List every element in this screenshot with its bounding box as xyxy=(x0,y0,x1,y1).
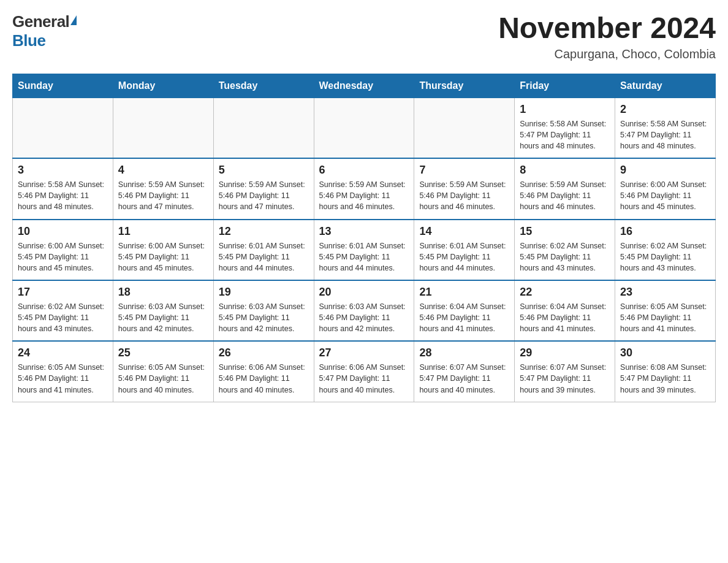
day-info: Sunrise: 6:04 AM Sunset: 5:46 PM Dayligh… xyxy=(520,301,610,334)
day-info: Sunrise: 6:02 AM Sunset: 5:45 PM Dayligh… xyxy=(520,240,610,274)
calendar-cell: 11Sunrise: 6:00 AM Sunset: 5:45 PM Dayli… xyxy=(113,220,213,280)
day-number: 14 xyxy=(419,225,509,238)
day-info: Sunrise: 5:59 AM Sunset: 5:46 PM Dayligh… xyxy=(520,179,610,212)
day-number: 16 xyxy=(620,225,710,238)
calendar-cell: 2Sunrise: 5:58 AM Sunset: 5:47 PM Daylig… xyxy=(615,98,716,158)
day-info: Sunrise: 5:58 AM Sunset: 5:47 PM Dayligh… xyxy=(520,118,610,151)
day-number: 3 xyxy=(18,164,108,177)
day-number: 25 xyxy=(118,347,208,359)
day-info: Sunrise: 6:08 AM Sunset: 5:47 PM Dayligh… xyxy=(620,362,710,395)
calendar-cell: 16Sunrise: 6:02 AM Sunset: 5:45 PM Dayli… xyxy=(615,220,716,280)
calendar-cell: 7Sunrise: 5:59 AM Sunset: 5:46 PM Daylig… xyxy=(414,158,515,219)
day-info: Sunrise: 5:59 AM Sunset: 5:46 PM Dayligh… xyxy=(419,179,509,212)
day-info: Sunrise: 6:05 AM Sunset: 5:46 PM Dayligh… xyxy=(620,301,710,334)
calendar-cell: 23Sunrise: 6:05 AM Sunset: 5:46 PM Dayli… xyxy=(615,280,716,341)
calendar-cell: 10Sunrise: 6:00 AM Sunset: 5:45 PM Dayli… xyxy=(13,220,113,280)
day-info: Sunrise: 6:00 AM Sunset: 5:45 PM Dayligh… xyxy=(18,240,108,274)
calendar-cell: 24Sunrise: 6:05 AM Sunset: 5:46 PM Dayli… xyxy=(13,341,113,402)
logo-general-text: General xyxy=(12,12,69,31)
calendar-week-row: 10Sunrise: 6:00 AM Sunset: 5:45 PM Dayli… xyxy=(13,220,716,280)
day-number: 11 xyxy=(118,225,208,238)
weekday-header-tuesday: Tuesday xyxy=(213,74,314,98)
calendar-cell: 4Sunrise: 5:59 AM Sunset: 5:46 PM Daylig… xyxy=(113,158,213,219)
logo: General Blue xyxy=(12,12,77,50)
calendar-cell: 21Sunrise: 6:04 AM Sunset: 5:46 PM Dayli… xyxy=(414,280,515,341)
weekday-header-saturday: Saturday xyxy=(615,74,716,98)
weekday-header-row: SundayMondayTuesdayWednesdayThursdayFrid… xyxy=(13,74,716,98)
location-title: Capurgana, Choco, Colombia xyxy=(498,47,716,61)
day-info: Sunrise: 6:05 AM Sunset: 5:46 PM Dayligh… xyxy=(18,362,108,395)
calendar-table: SundayMondayTuesdayWednesdayThursdayFrid… xyxy=(12,74,716,402)
calendar-cell: 13Sunrise: 6:01 AM Sunset: 5:45 PM Dayli… xyxy=(314,220,414,280)
calendar-week-row: 1Sunrise: 5:58 AM Sunset: 5:47 PM Daylig… xyxy=(13,98,716,158)
day-info: Sunrise: 6:05 AM Sunset: 5:46 PM Dayligh… xyxy=(118,362,208,395)
calendar-cell xyxy=(414,98,515,158)
day-number: 27 xyxy=(319,347,409,359)
day-number: 21 xyxy=(419,286,509,299)
calendar-week-row: 24Sunrise: 6:05 AM Sunset: 5:46 PM Dayli… xyxy=(13,341,716,402)
day-number: 7 xyxy=(419,164,509,177)
calendar-week-row: 3Sunrise: 5:58 AM Sunset: 5:46 PM Daylig… xyxy=(13,158,716,219)
day-info: Sunrise: 6:06 AM Sunset: 5:47 PM Dayligh… xyxy=(319,362,409,395)
day-info: Sunrise: 6:01 AM Sunset: 5:45 PM Dayligh… xyxy=(219,240,309,274)
day-number: 10 xyxy=(18,225,108,238)
day-info: Sunrise: 5:59 AM Sunset: 5:46 PM Dayligh… xyxy=(219,179,309,212)
day-info: Sunrise: 6:04 AM Sunset: 5:46 PM Dayligh… xyxy=(419,301,509,334)
day-info: Sunrise: 6:03 AM Sunset: 5:46 PM Dayligh… xyxy=(319,301,409,334)
day-info: Sunrise: 6:01 AM Sunset: 5:45 PM Dayligh… xyxy=(419,240,509,274)
calendar-cell: 14Sunrise: 6:01 AM Sunset: 5:45 PM Dayli… xyxy=(414,220,515,280)
calendar-cell: 22Sunrise: 6:04 AM Sunset: 5:46 PM Dayli… xyxy=(515,280,615,341)
day-info: Sunrise: 6:06 AM Sunset: 5:46 PM Dayligh… xyxy=(219,362,309,395)
calendar-cell: 8Sunrise: 5:59 AM Sunset: 5:46 PM Daylig… xyxy=(515,158,615,219)
calendar-cell: 20Sunrise: 6:03 AM Sunset: 5:46 PM Dayli… xyxy=(314,280,414,341)
calendar-cell: 15Sunrise: 6:02 AM Sunset: 5:45 PM Dayli… xyxy=(515,220,615,280)
day-info: Sunrise: 6:01 AM Sunset: 5:45 PM Dayligh… xyxy=(319,240,409,274)
calendar-cell: 30Sunrise: 6:08 AM Sunset: 5:47 PM Dayli… xyxy=(615,341,716,402)
day-info: Sunrise: 6:07 AM Sunset: 5:47 PM Dayligh… xyxy=(520,362,610,395)
day-number: 24 xyxy=(18,347,108,359)
day-number: 2 xyxy=(620,103,710,116)
title-block: November 2024 Capurgana, Choco, Colombia xyxy=(498,12,716,61)
day-number: 19 xyxy=(219,286,309,299)
weekday-header-friday: Friday xyxy=(515,74,615,98)
day-number: 8 xyxy=(520,164,610,177)
day-number: 9 xyxy=(620,164,710,177)
day-number: 30 xyxy=(620,347,710,359)
day-info: Sunrise: 6:07 AM Sunset: 5:47 PM Dayligh… xyxy=(419,362,509,395)
calendar-cell: 12Sunrise: 6:01 AM Sunset: 5:45 PM Dayli… xyxy=(213,220,314,280)
day-info: Sunrise: 5:59 AM Sunset: 5:46 PM Dayligh… xyxy=(118,179,208,212)
calendar-cell xyxy=(13,98,113,158)
day-number: 17 xyxy=(18,286,108,299)
weekday-header-thursday: Thursday xyxy=(414,74,515,98)
day-info: Sunrise: 6:00 AM Sunset: 5:46 PM Dayligh… xyxy=(620,179,710,212)
calendar-cell: 26Sunrise: 6:06 AM Sunset: 5:46 PM Dayli… xyxy=(213,341,314,402)
calendar-cell: 3Sunrise: 5:58 AM Sunset: 5:46 PM Daylig… xyxy=(13,158,113,219)
logo-blue-text: Blue xyxy=(12,31,45,50)
day-number: 12 xyxy=(219,225,309,238)
calendar-cell: 28Sunrise: 6:07 AM Sunset: 5:47 PM Dayli… xyxy=(414,341,515,402)
day-number: 23 xyxy=(620,286,710,299)
calendar-cell xyxy=(113,98,213,158)
calendar-cell: 17Sunrise: 6:02 AM Sunset: 5:45 PM Dayli… xyxy=(13,280,113,341)
weekday-header-wednesday: Wednesday xyxy=(314,74,414,98)
calendar-cell: 25Sunrise: 6:05 AM Sunset: 5:46 PM Dayli… xyxy=(113,341,213,402)
calendar-cell: 19Sunrise: 6:03 AM Sunset: 5:45 PM Dayli… xyxy=(213,280,314,341)
calendar-cell: 9Sunrise: 6:00 AM Sunset: 5:46 PM Daylig… xyxy=(615,158,716,219)
day-info: Sunrise: 6:02 AM Sunset: 5:45 PM Dayligh… xyxy=(620,240,710,274)
logo-triangle-icon xyxy=(70,15,77,25)
calendar-cell: 5Sunrise: 5:59 AM Sunset: 5:46 PM Daylig… xyxy=(213,158,314,219)
calendar-week-row: 17Sunrise: 6:02 AM Sunset: 5:45 PM Dayli… xyxy=(13,280,716,341)
day-number: 22 xyxy=(520,286,610,299)
day-number: 29 xyxy=(520,347,610,359)
day-number: 5 xyxy=(219,164,309,177)
day-info: Sunrise: 6:03 AM Sunset: 5:45 PM Dayligh… xyxy=(219,301,309,334)
calendar-cell xyxy=(314,98,414,158)
weekday-header-monday: Monday xyxy=(113,74,213,98)
page-header: General Blue November 2024 Capurgana, Ch… xyxy=(12,12,716,61)
day-info: Sunrise: 6:02 AM Sunset: 5:45 PM Dayligh… xyxy=(18,301,108,334)
day-number: 4 xyxy=(118,164,208,177)
calendar-cell: 6Sunrise: 5:59 AM Sunset: 5:46 PM Daylig… xyxy=(314,158,414,219)
calendar-cell: 27Sunrise: 6:06 AM Sunset: 5:47 PM Dayli… xyxy=(314,341,414,402)
day-number: 28 xyxy=(419,347,509,359)
day-info: Sunrise: 6:00 AM Sunset: 5:45 PM Dayligh… xyxy=(118,240,208,274)
